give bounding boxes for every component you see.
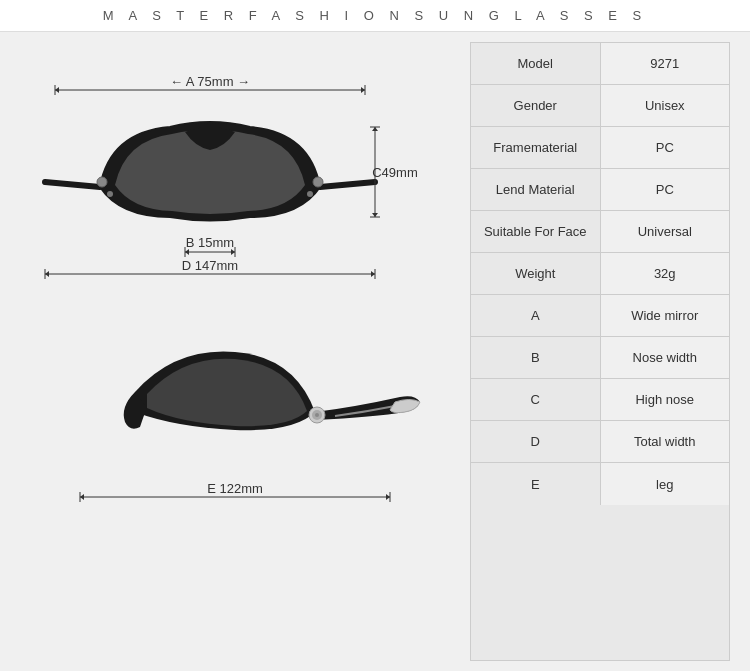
svg-marker-16 [372,213,378,217]
spec-row: DTotal width [471,421,729,463]
svg-marker-37 [386,494,390,500]
spec-value: 9271 [601,43,730,84]
svg-text:E 122mm: E 122mm [207,481,263,496]
spec-row: BNose width [471,337,729,379]
spec-row: Suitable For FaceUniversal [471,211,729,253]
svg-point-8 [97,177,107,187]
spec-label: Suitable For Face [471,211,601,252]
spec-row: FramematerialPC [471,127,729,169]
spec-value: PC [601,169,730,210]
header-title: M A S T E R F A S H I O N S U N G L A S … [0,0,750,32]
svg-text:B 15mm: B 15mm [186,235,234,250]
svg-marker-15 [372,127,378,131]
spec-value: 32g [601,253,730,294]
spec-row: CHigh nose [471,379,729,421]
svg-text:C49mm: C49mm [372,165,418,180]
spec-value: Total width [601,421,730,462]
spec-row: Lend MaterialPC [471,169,729,211]
spec-row: Weight32g [471,253,729,295]
spec-label: A [471,295,601,336]
spec-value: Nose width [601,337,730,378]
svg-text:D 147mm: D 147mm [182,258,238,273]
spec-value: Unisex [601,85,730,126]
spec-value: High nose [601,379,730,420]
svg-marker-27 [45,271,49,277]
svg-point-11 [307,191,313,197]
left-panel: ← A 75mm → [20,42,450,661]
svg-point-32 [315,413,319,417]
spec-value: PC [601,127,730,168]
spec-value: Wide mirror [601,295,730,336]
spec-label: Gender [471,85,601,126]
svg-point-9 [313,177,323,187]
spec-label: Weight [471,253,601,294]
svg-marker-4 [361,87,365,93]
top-glasses-area: ← A 75mm → [20,52,450,312]
spec-value: Universal [601,211,730,252]
svg-text:← A 75mm →: ← A 75mm → [170,74,250,89]
spec-row: GenderUnisex [471,85,729,127]
bottom-glasses-area: E 122mm [20,312,450,512]
svg-marker-3 [55,87,59,93]
spec-label: Lend Material [471,169,601,210]
side-view-diagram: E 122mm [25,312,445,512]
svg-point-10 [107,191,113,197]
main-content: ← A 75mm → [0,32,750,671]
svg-line-7 [320,182,375,187]
spec-row: AWide mirror [471,295,729,337]
brand-title: M A S T E R F A S H I O N S U N G L A S … [103,8,647,23]
specs-table: Model9271GenderUnisexFramematerialPCLend… [470,42,730,661]
spec-row: Model9271 [471,43,729,85]
spec-label: Model [471,43,601,84]
svg-line-6 [45,182,100,187]
spec-label: E [471,463,601,505]
spec-label: B [471,337,601,378]
spec-label: C [471,379,601,420]
top-view-diagram: ← A 75mm → [25,52,445,312]
spec-row: Eleg [471,463,729,505]
svg-marker-28 [371,271,375,277]
spec-label: D [471,421,601,462]
spec-value: leg [601,463,730,505]
page-wrapper: M A S T E R F A S H I O N S U N G L A S … [0,0,750,671]
spec-label: Framematerial [471,127,601,168]
svg-marker-36 [80,494,84,500]
